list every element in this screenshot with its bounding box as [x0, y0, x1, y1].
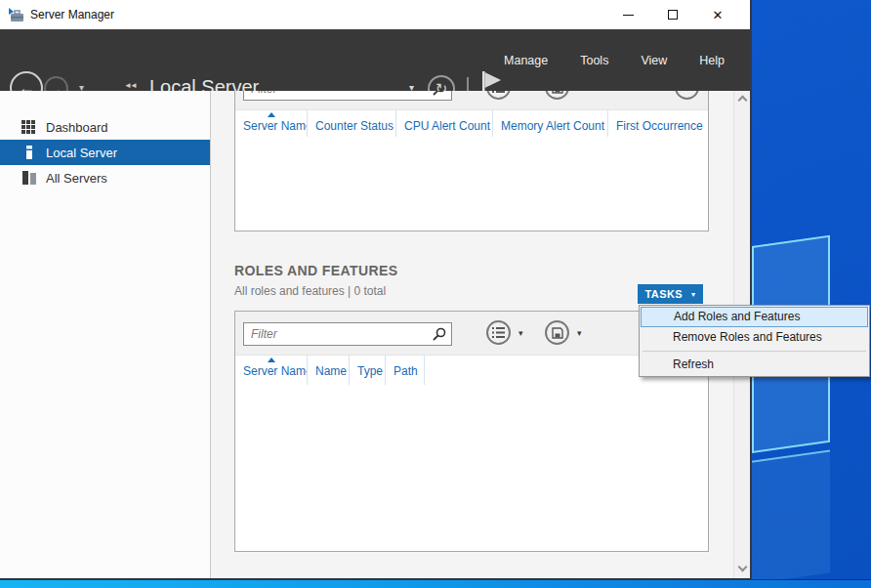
- sidebar-item-dashboard[interactable]: Dashboard: [0, 114, 210, 140]
- roles-header-row: Server Name Name Type Path: [235, 356, 708, 385]
- minimize-icon: [623, 15, 634, 16]
- column-header-name[interactable]: Name: [308, 356, 350, 385]
- window-controls: ✕: [605, 0, 740, 29]
- save-query-caret-icon[interactable]: ▾: [577, 91, 582, 93]
- menu-manage[interactable]: Manage: [504, 54, 548, 67]
- window-title: Server Manager: [30, 8, 114, 21]
- scroll-down-icon[interactable]: [738, 563, 748, 572]
- save-query-button[interactable]: [545, 320, 569, 345]
- sidebar-item-local-server[interactable]: Local Server: [0, 140, 210, 165]
- titlebar: Server Manager ✕: [0, 0, 750, 29]
- column-header-counter-status[interactable]: Counter Status: [308, 110, 396, 137]
- server-manager-window: Server Manager ✕ ← → ▾ ◄◄ Local Server ▾…: [0, 0, 752, 580]
- maximize-button[interactable]: [650, 0, 695, 29]
- roles-section-heading: ROLES AND FEATURES All roles and feature…: [234, 263, 397, 298]
- column-header-memory-alert-count[interactable]: Memory Alert Count: [493, 110, 608, 137]
- servers-stack-icon: [21, 171, 37, 185]
- menu-item-refresh[interactable]: Refresh: [641, 355, 868, 375]
- server-manager-app-icon: [8, 7, 24, 23]
- menu-help[interactable]: Help: [699, 54, 725, 67]
- save-query-button[interactable]: [545, 91, 569, 100]
- menu-separator: [643, 351, 866, 352]
- minimize-button[interactable]: [605, 0, 650, 29]
- close-icon: ✕: [713, 9, 724, 21]
- search-icon: [433, 91, 446, 96]
- sidebar: Dashboard Local Server A: [0, 91, 211, 578]
- list-icon: [492, 91, 505, 93]
- sort-asc-icon: [268, 112, 275, 117]
- menubar: Manage Tools View Help: [504, 29, 725, 91]
- dashboard-grid-icon: [21, 120, 36, 134]
- wallpaper-logo-pane-lower: [750, 449, 830, 584]
- floppy-icon: [552, 327, 563, 339]
- content-area: Dashboard Local Server A: [0, 91, 750, 578]
- save-query-caret-icon[interactable]: ▾: [577, 328, 582, 338]
- column-header-server-name[interactable]: Server Name: [235, 110, 308, 137]
- list-icon: [492, 327, 505, 338]
- menu-item-add-roles-and-features[interactable]: Add Roles and Features: [641, 307, 868, 327]
- roles-section-title: ROLES AND FEATURES: [234, 263, 397, 278]
- performance-filter-input[interactable]: [243, 91, 452, 101]
- list-view-caret-icon[interactable]: ▾: [518, 328, 523, 338]
- roles-section-subtitle: All roles and features | 0 total: [234, 284, 397, 298]
- server-icon: [21, 146, 36, 159]
- sort-asc-icon: [268, 357, 275, 362]
- menu-item-remove-roles-and-features[interactable]: Remove Roles and Features: [641, 327, 868, 348]
- roles-filter-input[interactable]: [243, 322, 452, 346]
- performance-filter-row: ▾ ▾: [235, 91, 708, 109]
- list-view-caret-icon[interactable]: ▾: [518, 91, 523, 93]
- close-button[interactable]: ✕: [695, 0, 740, 29]
- tasks-caret-icon: ▾: [691, 290, 695, 299]
- tasks-button[interactable]: TASKS ▾: [638, 284, 703, 304]
- column-header-server-name[interactable]: Server Name: [235, 356, 308, 385]
- menu-tools[interactable]: Tools: [580, 54, 608, 67]
- roles-table: Server Name Name Type Path: [235, 355, 708, 551]
- menu-view[interactable]: View: [641, 54, 667, 67]
- column-header-cpu-alert-count[interactable]: CPU Alert Count: [396, 110, 493, 137]
- tasks-button-label: TASKS: [645, 288, 683, 300]
- tasks-menu: Add Roles and Features Remove Roles and …: [639, 305, 870, 377]
- navbar: ← → ▾ ◄◄ Local Server ▾ ↻ Manage Tools V…: [0, 29, 750, 91]
- tile-collapse-button[interactable]: [675, 91, 699, 100]
- floppy-icon: [552, 91, 563, 94]
- sidebar-item-label: Dashboard: [46, 120, 108, 135]
- maximize-icon: [668, 10, 678, 20]
- sidebar-item-all-servers[interactable]: All Servers: [0, 165, 210, 190]
- list-view-button[interactable]: [486, 91, 511, 100]
- search-icon: [433, 327, 446, 341]
- list-view-button[interactable]: [486, 320, 511, 345]
- breadcrumb-collapse-icon[interactable]: ◄◄: [124, 81, 136, 90]
- column-header-path[interactable]: Path: [386, 356, 425, 385]
- performance-header-row: Server Name Counter Status CPU Alert Cou…: [235, 110, 708, 137]
- wallpaper-horizon-strip: [0, 580, 871, 588]
- column-header-type[interactable]: Type: [350, 356, 386, 385]
- roles-filter-row: ▾ ▾: [235, 312, 708, 355]
- scroll-up-icon[interactable]: [738, 96, 748, 105]
- column-header-first-occurrence[interactable]: First Occurrence: [608, 110, 708, 137]
- sidebar-item-label: Local Server: [46, 146, 117, 160]
- sidebar-item-label: All Servers: [46, 171, 107, 186]
- performance-tile: ▾ ▾: [234, 91, 709, 231]
- performance-table: Server Name Counter Status CPU Alert Cou…: [235, 109, 708, 231]
